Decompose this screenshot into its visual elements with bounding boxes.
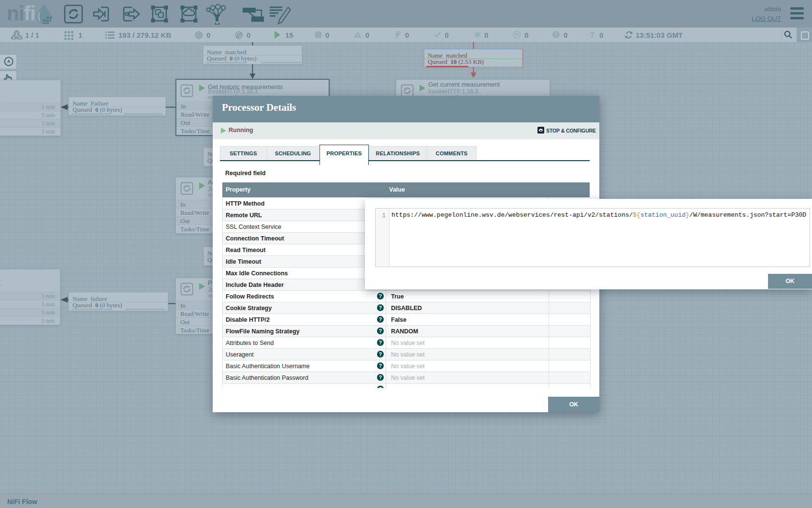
svg-text:?: ? xyxy=(590,30,594,40)
